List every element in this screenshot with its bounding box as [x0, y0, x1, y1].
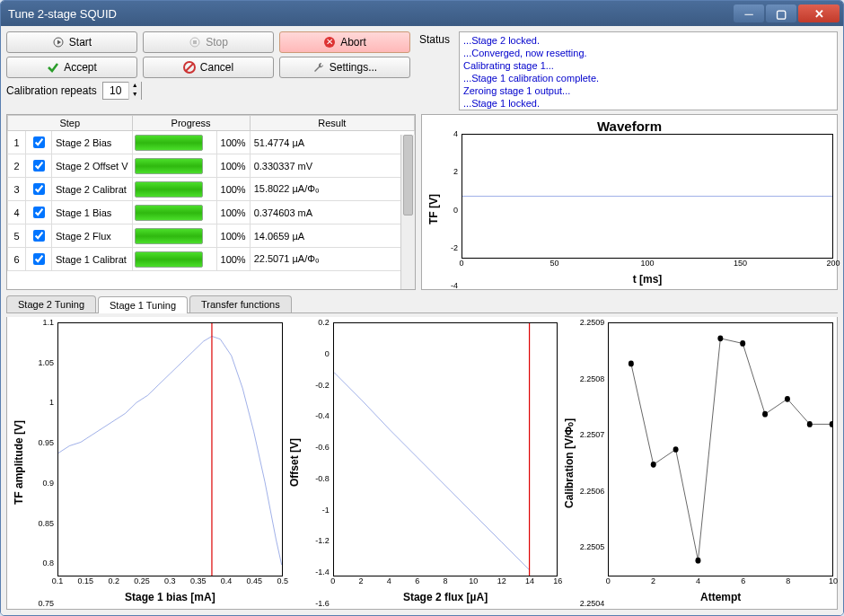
- tick-label: 0.8: [42, 559, 54, 568]
- row-checkbox[interactable]: [33, 136, 45, 148]
- scrollbar-thumb[interactable]: [403, 135, 413, 216]
- abort-icon: ✕: [323, 36, 336, 48]
- close-button[interactable]: ✕: [798, 4, 840, 22]
- tick-label: 0.4: [221, 576, 233, 585]
- plot-yaxis: 0.750.80.850.90.9511.051.1: [27, 322, 57, 603]
- tick-label: 0.25: [134, 576, 150, 585]
- row-progress: [132, 154, 216, 178]
- settings-button[interactable]: Settings...: [279, 57, 410, 78]
- row-check[interactable]: [26, 201, 52, 224]
- stop-button[interactable]: Stop: [143, 31, 274, 53]
- tick-label: 4: [453, 129, 458, 138]
- row-idx: 4: [8, 201, 26, 224]
- tick-label: 8: [786, 576, 790, 585]
- row-check[interactable]: [26, 178, 52, 201]
- th-result: Result: [250, 116, 414, 131]
- tick-label: -2: [451, 243, 458, 252]
- plot-xlabel: Stage 2 flux [µA]: [333, 591, 558, 603]
- start-label: Start: [69, 36, 92, 48]
- row-result: 51.4774 µA: [250, 131, 414, 154]
- row-checkbox[interactable]: [33, 160, 45, 172]
- tick-label: 8: [443, 576, 447, 585]
- status-log[interactable]: ...Stage 2 locked....Converged, now rese…: [459, 31, 838, 110]
- row-check[interactable]: [26, 131, 52, 154]
- spin-up[interactable]: ▲: [129, 82, 141, 91]
- accept-button[interactable]: Accept: [6, 57, 137, 78]
- abort-label: Abort: [340, 36, 366, 48]
- plot-yaxis: 2.25042.25052.25062.25072.25082.2509: [577, 322, 608, 603]
- tick-label: 10: [829, 576, 838, 585]
- tick-label: 0.15: [78, 576, 94, 585]
- tick-label: 12: [497, 576, 506, 585]
- row-check[interactable]: [26, 248, 52, 271]
- row-check[interactable]: [26, 224, 52, 248]
- abort-button[interactable]: ✕ Abort: [279, 31, 410, 53]
- tick-label: 6: [415, 576, 419, 585]
- tick-label: 1.05: [38, 358, 54, 367]
- table-row[interactable]: 6Stage 1 Calibrat100%22.5071 µA/Φ₀: [8, 248, 415, 271]
- row-result: 14.0659 µA: [250, 224, 414, 248]
- tick-label: 4: [387, 576, 391, 585]
- cancel-label: Cancel: [200, 61, 233, 74]
- table-row[interactable]: 5Stage 2 Flux100%14.0659 µA: [8, 224, 415, 248]
- waveform-plot[interactable]: [462, 134, 833, 259]
- row-idx: 6: [8, 248, 26, 271]
- cal-input[interactable]: [103, 84, 128, 98]
- tab[interactable]: Stage 2 Tuning: [6, 295, 96, 312]
- svg-line-7: [186, 64, 193, 71]
- tick-label: -1.4: [315, 568, 330, 576]
- spin-down[interactable]: ▼: [129, 91, 141, 100]
- tick-label: 0.2: [108, 576, 119, 585]
- start-button[interactable]: Start: [6, 31, 137, 53]
- tick-label: -0.4: [315, 411, 330, 420]
- plot-xlabel: Stage 1 bias [mA]: [57, 591, 283, 603]
- cancel-button[interactable]: Cancel: [143, 57, 274, 78]
- tick-label: 2: [453, 167, 458, 176]
- minimize-button[interactable]: ─: [734, 4, 764, 22]
- status-line: ...Stage 1 zeroed.: [463, 110, 833, 110]
- svg-point-11: [651, 462, 656, 468]
- status-label: Status: [419, 33, 450, 46]
- tick-label: -0.2: [315, 381, 330, 390]
- row-checkbox[interactable]: [33, 253, 45, 265]
- row-checkbox[interactable]: [33, 183, 45, 195]
- tick-label: 2: [358, 576, 363, 585]
- tick-label: 0.35: [190, 576, 207, 585]
- row-idx: 5: [8, 224, 26, 248]
- svg-text:✕: ✕: [326, 37, 333, 47]
- progress-bar: [135, 251, 203, 268]
- tab[interactable]: Transfer functions: [189, 295, 292, 312]
- tab[interactable]: Stage 1 Tuning: [98, 296, 188, 313]
- table-row[interactable]: 1Stage 2 Bias100%51.4774 µA: [8, 131, 415, 154]
- progress-bar: [135, 205, 203, 221]
- subplot: Offset [V]-1.6-1.4-1.2-1-0.8-0.6-0.4-0.2…: [286, 322, 558, 603]
- svg-rect-3: [193, 40, 197, 44]
- waveform-panel: Waveform TF [V] -4-2024 050100150200 t […: [421, 114, 838, 290]
- row-progress: [132, 224, 216, 248]
- svg-marker-1: [57, 40, 61, 45]
- plot-xlabel: Attempt: [608, 591, 833, 603]
- table-scrollbar[interactable]: [400, 135, 415, 289]
- tick-label: 1.1: [42, 318, 54, 327]
- tick-label: 0: [325, 349, 330, 358]
- plot-area[interactable]: [608, 322, 833, 576]
- status-line: Zeroing stage 1 output...: [463, 84, 833, 97]
- table-row[interactable]: 3Stage 2 Calibrat100%15.8022 µA/Φ₀: [8, 178, 415, 201]
- table-row[interactable]: 2Stage 2 Offset V100%0.330337 mV: [8, 154, 415, 178]
- row-step: Stage 1 Calibrat: [52, 248, 133, 271]
- tick-label: 1: [49, 398, 54, 407]
- plot-area[interactable]: [333, 322, 558, 576]
- plot-area[interactable]: [57, 322, 283, 576]
- table-row[interactable]: 4Stage 1 Bias100%0.374603 mA: [8, 201, 415, 224]
- row-checkbox[interactable]: [33, 207, 45, 218]
- th-step: Step: [8, 116, 133, 131]
- maximize-button[interactable]: ▢: [766, 4, 796, 22]
- tick-label: 0.3: [164, 576, 176, 585]
- tick-label: 14: [525, 576, 534, 585]
- cal-spinner[interactable]: ▲ ▼: [102, 82, 142, 100]
- row-check[interactable]: [26, 154, 52, 178]
- row-result: 0.330337 mV: [250, 154, 414, 178]
- tick-label: 0: [459, 259, 463, 268]
- row-result: 0.374603 mA: [250, 201, 414, 224]
- row-checkbox[interactable]: [33, 230, 45, 242]
